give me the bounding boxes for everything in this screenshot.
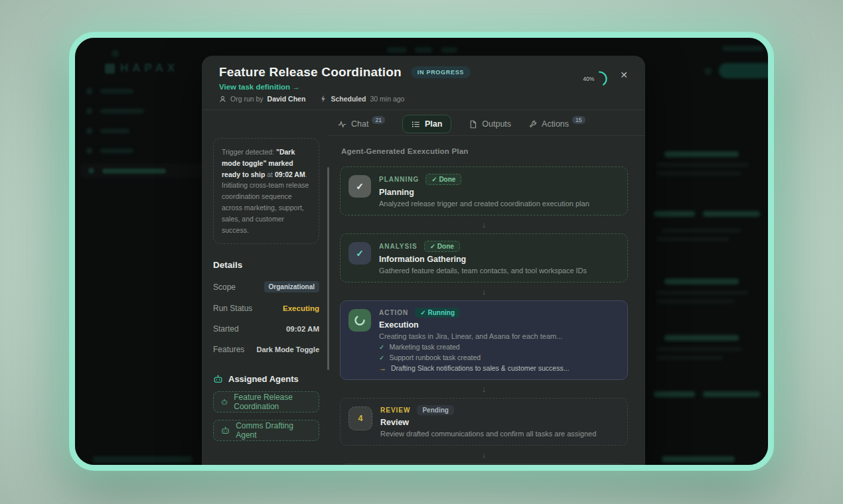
step-status-badge: ✓ Done (424, 241, 460, 252)
step-title: Planning (379, 188, 589, 197)
arrow-right-icon: → (379, 364, 386, 372)
scrollbar-thumb[interactable] (327, 167, 329, 370)
lightning-icon (320, 95, 327, 103)
agent-chip[interactable]: Comms Drafting Agent (213, 420, 319, 441)
detail-row-scope: Scope Organizational (213, 281, 319, 292)
down-arrow-icon: ↓ (482, 220, 487, 229)
assigned-agents-section: Assigned Agents Feature Release Coordina… (213, 374, 319, 441)
wrench-icon (528, 120, 537, 129)
step-phase: ANALYSIS (379, 243, 418, 250)
robot-icon (213, 375, 223, 383)
tab-actions[interactable]: Actions 15 (528, 119, 585, 129)
tab-label: Plan (425, 119, 442, 129)
run-status-value: Executing (283, 304, 319, 312)
task-run-modal: Feature Release Coordination IN PROGRESS… (202, 56, 645, 465)
down-arrow-icon: ↓ (482, 450, 487, 460)
check-icon: ✓ (348, 175, 371, 198)
trigger-mid: at (265, 170, 275, 178)
status-badge: IN PROGRESS (411, 66, 471, 78)
features-value: Dark Mode Toggle (256, 346, 319, 353)
close-icon[interactable]: ✕ (617, 69, 631, 81)
tab-chat[interactable]: Chat 21 (338, 119, 385, 129)
spinner-icon (348, 309, 371, 332)
tab-label: Chat (351, 119, 368, 129)
list-icon (412, 120, 420, 129)
down-arrow-icon: ↓ (482, 384, 487, 394)
step-description: Review drafted communications and confir… (380, 430, 596, 438)
step-subtask: ✓ Marketing task created (379, 343, 569, 351)
trigger-time: 09:02 AM (275, 170, 305, 178)
step-phase: PLANNING (379, 176, 419, 183)
modal-body: Trigger detected: "Dark mode toggle" mar… (202, 110, 645, 465)
activity-icon (338, 120, 346, 129)
down-arrow-icon: ↓ (482, 286, 487, 296)
robot-icon (221, 398, 228, 406)
details-title: Details (213, 260, 319, 270)
subtask-text: Marketing task created (389, 343, 459, 351)
detail-label: Started (213, 324, 239, 334)
step-status-badge: Pending (417, 405, 453, 415)
step-title: Information Gathering (379, 255, 587, 264)
detail-row-run-status: Run Status Executing (213, 304, 319, 313)
tab-label: Outputs (482, 119, 511, 129)
agent-chip-label: Feature Release Coordination (234, 393, 311, 411)
robot-icon (221, 426, 230, 434)
step-description: Analyzed release trigger and created coo… (379, 200, 589, 208)
plan-step-analysis: ✓ ANALYSIS ✓ Done Information Gathering … (340, 233, 628, 283)
run-by-prefix: Org run by (230, 95, 264, 103)
started-value: 09:02 AM (286, 325, 319, 333)
plan-step-complete: 5 COMPLETE Pending Complete Coordination… (340, 464, 628, 465)
progress-ring: 40% (583, 69, 609, 89)
run-by-name: David Chen (268, 95, 306, 103)
scheduled-value: 30 min ago (370, 95, 404, 103)
document-icon (469, 120, 477, 129)
plan-content: Agent-Generated Exexcution Plan ✓ PLANNI… (329, 136, 645, 465)
trigger-prefix: Trigger detected: (222, 148, 276, 156)
step-subtask: ✓ Support runbook task created (379, 353, 569, 361)
actions-count-badge: 15 (572, 116, 585, 124)
page-background: HAPAX (0, 0, 843, 504)
trigger-summary: Trigger detected: "Dark mode toggle" mar… (213, 138, 319, 244)
check-icon: ✓ (348, 242, 371, 265)
tab-label: Actions (542, 119, 569, 129)
run-meta: Org run by David Chen Scheduled 30 min a… (219, 95, 471, 103)
plan-step-planning: ✓ PLANNING ✓ Done Planning Analyzed rele… (340, 166, 628, 216)
modal-header: Feature Release Coordination IN PROGRESS… (202, 56, 645, 110)
scheduled-label: Scheduled (331, 95, 366, 103)
agent-chip[interactable]: Feature Release Coordination (213, 391, 319, 412)
agent-chip-label: Comms Drafting Agent (236, 421, 311, 440)
plan-heading: Agent-Generated Exexcution Plan (341, 147, 628, 155)
step-description: Creating tasks in Jira, Linear, and Asan… (379, 332, 569, 340)
person-icon (219, 95, 226, 103)
step-phase: ACTION (379, 309, 408, 316)
progress-percent: 40% (583, 76, 594, 82)
tab-plan[interactable]: Plan (402, 115, 451, 133)
detail-row-features: Features Dark Mode Toggle (213, 345, 319, 354)
detail-row-started: Started 09:02 AM (213, 324, 319, 334)
trigger-suffix: . Initiating cross-team release coordina… (222, 170, 309, 234)
detail-label: Scope (213, 283, 236, 292)
subtask-text: Drafting Slack notifications to sales & … (391, 364, 569, 372)
plan-panel: Chat 21 Plan Outputs (329, 110, 645, 465)
step-number: 4 (348, 407, 372, 430)
tab-bar: Chat 21 Plan Outputs (329, 115, 645, 136)
step-status-badge: ✓ Done (425, 174, 461, 185)
detail-label: Run Status (213, 304, 252, 313)
step-subtask-current: → Drafting Slack notifications to sales … (379, 364, 569, 372)
modal-title: Feature Release Coordination (219, 65, 402, 80)
check-icon: ✓ (379, 354, 384, 361)
plan-step-review: 4 REVIEW Pending Review Review drafted c… (340, 398, 628, 446)
scope-badge: Organizational (264, 281, 319, 292)
chat-count-badge: 21 (372, 116, 384, 124)
details-panel: Trigger detected: "Dark mode toggle" mar… (202, 110, 329, 465)
step-title: Review (380, 418, 596, 427)
view-task-definition-link[interactable]: View task definition → (219, 83, 471, 91)
check-icon: ✓ (379, 344, 384, 351)
assigned-agents-title: Assigned Agents (228, 374, 299, 384)
detail-label: Features (213, 345, 244, 354)
step-title: Execution (379, 320, 569, 330)
step-description: Gathered feature details, team contacts,… (379, 267, 587, 275)
tab-outputs[interactable]: Outputs (469, 119, 511, 129)
subtask-text: Support runbook task created (389, 353, 481, 361)
step-status-badge: ✓ Running (415, 308, 460, 318)
